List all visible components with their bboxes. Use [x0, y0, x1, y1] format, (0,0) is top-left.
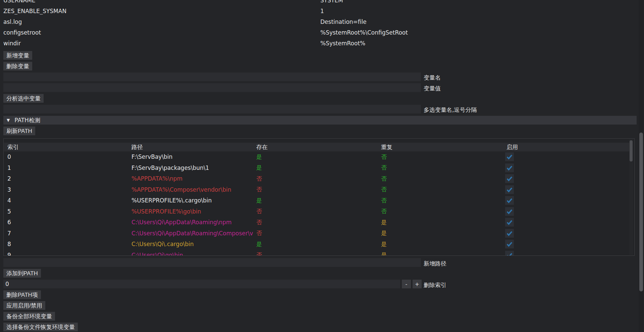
path-table-body: 0F:\ServBay\bin是否1F:\ServBay\packages\bu… — [4, 151, 630, 256]
check-icon — [506, 186, 513, 193]
env-variable-row[interactable]: configsetroot%SystemRoot%\ConfigSetRoot — [3, 30, 627, 40]
env-variable-name: asl.log — [3, 19, 320, 25]
path-table-row[interactable]: 6C:\Users\Qi\AppData\Roaming\npm否是 — [4, 217, 630, 228]
analyze-selected-variable-button[interactable]: 分析选中变量 — [3, 94, 44, 103]
enabled-checkbox[interactable] — [505, 218, 514, 227]
path-cell: F:\ServBay\bin — [128, 153, 253, 160]
env-variable-row[interactable]: ZES_ENABLE_SYSMAN1 — [3, 8, 627, 19]
enabled-checkbox[interactable] — [505, 229, 514, 238]
delete-path-item-button[interactable]: 删除PATH项 — [3, 290, 41, 299]
duplicate-cell: 否 — [378, 164, 503, 172]
path-table-row[interactable]: 3%APPDATA%\Composer\vendor\bin否否 — [4, 184, 630, 195]
env-variable-row[interactable]: USERNAMESYSTEM — [3, 0, 627, 8]
path-table-row[interactable]: 4%USERPROFILE%\.cargo\bin是否 — [4, 195, 630, 206]
env-variable-row[interactable]: asl.logDestination=file — [3, 19, 627, 30]
restore-from-backup-button[interactable]: 选择备份文件恢复环境变量 — [3, 323, 78, 331]
multi-variable-names-input[interactable] — [3, 105, 421, 113]
enabled-cell — [503, 251, 630, 256]
env-variable-name: ZES_ENABLE_SYSMAN — [3, 8, 320, 14]
table-scrollbar-track[interactable] — [629, 139, 633, 255]
index-cell: 7 — [4, 230, 128, 237]
check-icon — [506, 164, 513, 172]
variable-value-label: 变量值 — [424, 85, 441, 92]
env-variable-list: USERNAMESYSTEMZES_ENABLE_SYSMAN1asl.logD… — [3, 0, 627, 51]
duplicate-cell: 否 — [378, 207, 503, 215]
path-table-row[interactable]: 1F:\ServBay\packages\bun\1是否 — [4, 162, 630, 174]
apply-enable-disable-button[interactable]: 应用启用/禁用 — [3, 301, 45, 310]
exists-cell: 否 — [253, 186, 378, 193]
enabled-checkbox[interactable] — [505, 207, 514, 216]
enabled-checkbox[interactable] — [505, 163, 514, 172]
column-header-3: 重复 — [378, 143, 503, 151]
delete-variable-button[interactable]: 删除变量 — [3, 62, 32, 70]
index-cell: 4 — [4, 197, 128, 204]
new-path-input[interactable] — [3, 258, 421, 267]
duplicate-cell: 是 — [378, 229, 503, 237]
check-icon — [506, 240, 513, 248]
refresh-path-button[interactable]: 刷新PATH — [3, 127, 35, 135]
enabled-checkbox[interactable] — [505, 185, 514, 194]
enabled-cell — [503, 218, 630, 227]
path-table-row[interactable]: 0F:\ServBay\bin是否 — [4, 151, 630, 162]
enabled-checkbox[interactable] — [505, 152, 514, 161]
index-cell: 5 — [4, 208, 128, 215]
path-cell: C:\Users\Qi\AppData\Roaming\Composer\ven… — [128, 230, 253, 237]
enabled-checkbox[interactable] — [505, 240, 514, 248]
column-header-4: 启用 — [503, 143, 630, 151]
exists-cell: 是 — [253, 240, 378, 248]
env-variable-name: windir — [3, 40, 320, 47]
index-cell: 0 — [4, 153, 128, 160]
window-scrollbar-track[interactable] — [639, 0, 644, 332]
table-scrollbar-handle[interactable] — [630, 140, 633, 161]
exists-cell: 否 — [253, 175, 378, 183]
exists-cell: 是 — [253, 153, 378, 161]
add-to-path-button[interactable]: 添加到PATH — [3, 269, 41, 278]
duplicate-cell: 是 — [378, 240, 503, 248]
path-table-row[interactable]: 7C:\Users\Qi\AppData\Roaming\Composer\ve… — [4, 228, 630, 239]
enabled-checkbox[interactable] — [505, 196, 514, 205]
duplicate-cell: 否 — [378, 153, 503, 161]
index-cell: 9 — [4, 252, 128, 256]
path-cell: %USERPROFILE%\.cargo\bin — [128, 197, 253, 204]
path-detection-header-label: PATH检测 — [14, 116, 40, 124]
path-detection-collapsing-header[interactable]: ▼ PATH检测 — [3, 116, 637, 125]
path-table-row[interactable]: 9C:\Users\Qi\go\bin否是 — [4, 250, 630, 256]
path-cell: %USERPROFILE%\go\bin — [128, 208, 253, 215]
check-icon — [506, 197, 513, 204]
enabled-checkbox[interactable] — [505, 174, 514, 183]
check-icon — [506, 208, 513, 215]
enabled-checkbox[interactable] — [505, 251, 514, 256]
add-variable-button[interactable]: 新增变量 — [3, 51, 32, 60]
new-path-label: 新增路径 — [424, 260, 446, 268]
path-table: 索引路径存在重复启用 0F:\ServBay\bin是否1F:\ServBay\… — [3, 138, 635, 256]
check-icon — [506, 251, 513, 256]
path-table-row[interactable]: 8C:\Users\Qi\.cargo\bin是是 — [4, 239, 630, 250]
enabled-cell — [503, 152, 630, 161]
delete-index-input[interactable] — [3, 280, 400, 288]
collapse-arrow-icon: ▼ — [7, 118, 10, 123]
env-variable-name: USERNAME — [3, 0, 320, 4]
path-table-row[interactable]: 5%USERPROFILE%\go\bin否否 — [4, 206, 630, 217]
variable-name-input[interactable] — [3, 73, 421, 81]
enabled-cell — [503, 185, 630, 194]
index-cell: 2 — [4, 175, 128, 182]
variable-value-input[interactable] — [3, 83, 421, 92]
multi-variable-names-label: 多选变量名,逗号分隔 — [424, 106, 477, 114]
decrement-index-button[interactable]: - — [402, 280, 411, 288]
index-cell: 8 — [4, 241, 128, 247]
path-table-header-row: 索引路径存在重复启用 — [4, 143, 630, 151]
window-scrollbar-handle[interactable] — [639, 133, 643, 291]
backup-all-env-button[interactable]: 备份全部环境变量 — [3, 312, 55, 321]
index-cell: 3 — [4, 186, 128, 193]
exists-cell: 否 — [253, 251, 378, 256]
env-variable-value: Destination=file — [320, 19, 627, 25]
env-variable-row[interactable]: windir%SystemRoot% — [3, 40, 627, 51]
check-icon — [506, 230, 513, 237]
exists-cell: 否 — [253, 229, 378, 237]
duplicate-cell: 否 — [378, 197, 503, 204]
column-header-2: 存在 — [253, 143, 378, 151]
check-icon — [506, 175, 513, 182]
increment-index-button[interactable]: + — [413, 280, 422, 288]
path-cell: F:\ServBay\packages\bun\1 — [128, 164, 253, 171]
path-table-row[interactable]: 2%APPDATA%\npm否否 — [4, 173, 630, 184]
